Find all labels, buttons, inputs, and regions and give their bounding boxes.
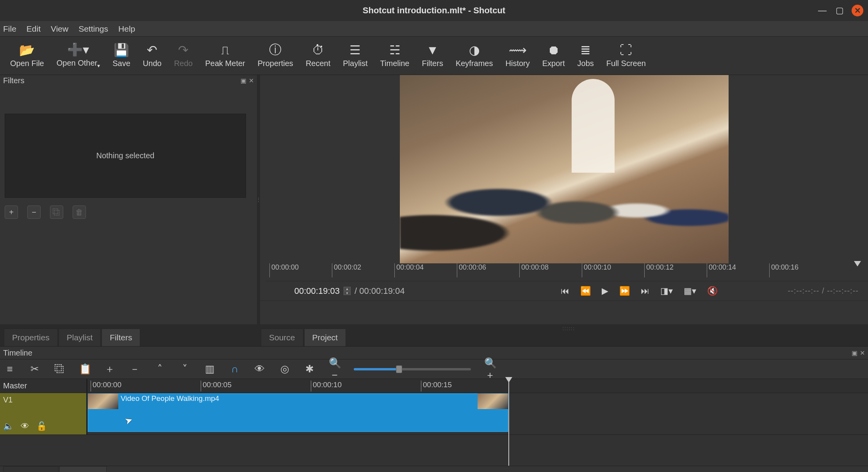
- grid-icon[interactable]: ▦▾: [684, 286, 696, 296]
- tab-playlist[interactable]: Playlist: [59, 329, 101, 346]
- tl-copy-icon[interactable]: ⿻: [54, 363, 66, 375]
- grip-icon[interactable]: ::::::: [563, 326, 575, 331]
- tl-remove-icon[interactable]: －: [129, 362, 141, 376]
- tl-cut-icon[interactable]: ✂: [29, 363, 41, 375]
- jobs-button[interactable]: ≣Jobs: [571, 41, 600, 70]
- preview-ruler[interactable]: 00:00:0000:00:0200:00:0400:00:0600:00:08…: [266, 263, 868, 281]
- menu-file[interactable]: File: [3, 24, 16, 34]
- tab-source[interactable]: Source: [261, 329, 303, 346]
- clip-thumb-left: [88, 393, 118, 409]
- tl-rippleall-icon[interactable]: ✱: [304, 363, 315, 375]
- menu-help[interactable]: Help: [118, 24, 135, 34]
- track-hide-icon[interactable]: 👁: [21, 421, 29, 431]
- filter-remove-button[interactable]: −: [27, 206, 41, 219]
- timeline-tracks[interactable]: 00:00:0000:00:0500:00:1000:00:15 Video O…: [87, 379, 868, 434]
- open-file-button[interactable]: 📂Open File: [4, 41, 50, 70]
- playlist-icon: ☰: [349, 43, 361, 57]
- minimize-button[interactable]: —: [817, 5, 827, 16]
- filters-panel-title: Filters: [3, 76, 24, 85]
- export-button[interactable]: ⏺Export: [536, 41, 571, 70]
- close-button[interactable]: ✕: [852, 5, 863, 16]
- tl-menu-icon[interactable]: ≡: [4, 363, 16, 375]
- export-icon: ⏺: [547, 43, 560, 57]
- preview-monitor[interactable]: [400, 75, 729, 263]
- filter-paste-button[interactable]: 🗑: [73, 206, 86, 219]
- tl-snap-icon[interactable]: ∩: [229, 363, 241, 375]
- tl-scrub-icon[interactable]: 👁: [254, 363, 266, 375]
- recent-button[interactable]: ⏱Recent: [299, 41, 337, 70]
- skip-prev-icon[interactable]: ⏮: [561, 286, 569, 296]
- undo-label: Undo: [143, 59, 162, 68]
- peak-meter-button[interactable]: ⎍Peak Meter: [199, 41, 251, 70]
- left-panel-tabs: PropertiesPlaylistFilters: [0, 324, 257, 346]
- history-button[interactable]: ⟿History: [499, 41, 536, 70]
- clip-thumb-right: [478, 393, 508, 409]
- preview-ruler-tick: 00:00:00: [269, 263, 299, 277]
- tl-split-icon[interactable]: ▥: [204, 363, 216, 375]
- zoom-slider[interactable]: [354, 368, 471, 370]
- timeline-clip[interactable]: Video Of People Walking.mp4: [87, 393, 508, 432]
- transport-bar: 00:00:19:03 ▲▼ / 00:00:19:04 ⏮ ⏪ ▶ ⏩ ⏭ ◨…: [260, 281, 868, 301]
- keyframes-icon: ◑: [469, 43, 480, 57]
- track-mute-icon[interactable]: 🔈: [3, 421, 14, 431]
- filter-add-button[interactable]: +: [5, 206, 18, 219]
- skip-next-icon[interactable]: ⏭: [641, 286, 649, 296]
- timeline-button[interactable]: ☵Timeline: [374, 41, 416, 70]
- menu-edit[interactable]: Edit: [27, 24, 41, 34]
- save-button[interactable]: 💾Save: [106, 41, 137, 70]
- timeline-playhead[interactable]: [508, 377, 509, 466]
- volume-icon[interactable]: 🔇: [707, 286, 718, 296]
- tl-overwrite-icon[interactable]: ˅: [179, 363, 191, 375]
- keyframes-label: Keyframes: [456, 59, 493, 68]
- in-out-timecode: --:--:--:-- / --:--:--:--: [788, 286, 859, 295]
- redo-button[interactable]: ↷Redo: [168, 41, 199, 70]
- timeline-ruler[interactable]: 00:00:0000:00:0500:00:1000:00:15: [87, 379, 868, 393]
- rewind-icon[interactable]: ⏪: [580, 286, 591, 296]
- preview-ruler-tick: 00:00:14: [707, 263, 736, 277]
- open-other-button[interactable]: ➕▾Open Other▾: [50, 41, 107, 71]
- filter-copy-button[interactable]: ⿻: [50, 206, 63, 219]
- menu-settings[interactable]: Settings: [78, 24, 108, 34]
- tab-project[interactable]: Project: [304, 329, 346, 346]
- tl-ripple-icon[interactable]: ◎: [279, 363, 291, 375]
- window-title: Shotcut introduction.mlt* - Shotcut: [363, 5, 505, 16]
- playlist-button[interactable]: ☰Playlist: [337, 41, 374, 70]
- tl-append-icon[interactable]: ＋: [104, 362, 116, 376]
- timeline-close-icon[interactable]: ✕: [860, 349, 865, 357]
- zoom-out-icon[interactable]: 🔍−: [329, 357, 340, 381]
- play-icon[interactable]: ▶: [602, 286, 608, 296]
- properties-button[interactable]: ⓘProperties: [251, 41, 299, 70]
- tl-lift-icon[interactable]: ˄: [154, 363, 166, 375]
- tl-paste-icon[interactable]: 📋: [79, 363, 91, 375]
- menu-view[interactable]: View: [51, 24, 68, 34]
- timeline-float-icon[interactable]: ▣: [852, 349, 857, 357]
- timeline-ruler-tick: 00:00:00: [91, 381, 121, 392]
- track-head-master[interactable]: Master: [0, 379, 86, 393]
- keyframes-button[interactable]: ◑Keyframes: [449, 41, 499, 70]
- maximize-button[interactable]: ▢: [834, 5, 845, 16]
- timecode-current[interactable]: 00:00:19:03: [269, 286, 340, 296]
- bottom-tab-keyframes[interactable]: Keyframes: [3, 466, 59, 472]
- recent-label: Recent: [306, 59, 330, 68]
- full-screen-button[interactable]: ⛶Full Screen: [600, 41, 652, 70]
- properties-label: Properties: [258, 59, 293, 68]
- history-icon: ⟿: [509, 43, 527, 57]
- tl-zoom-in-icon[interactable]: 🔍+: [484, 357, 496, 381]
- panel-splitter[interactable]: ⋮: [257, 75, 260, 324]
- track-lock-icon[interactable]: 🔓: [36, 421, 47, 431]
- bottom-tab-timeline[interactable]: Timeline: [59, 466, 107, 472]
- timecode-spinner[interactable]: ▲▼: [344, 287, 351, 295]
- zoom-mode-icon[interactable]: ◨▾: [660, 286, 673, 296]
- tab-properties[interactable]: Properties: [4, 329, 58, 346]
- jobs-label: Jobs: [577, 59, 594, 68]
- filters-button[interactable]: ▼Filters: [415, 41, 449, 70]
- clip-label: Video Of People Walking.mp4: [121, 394, 219, 403]
- filters-float-icon[interactable]: ▣: [241, 77, 246, 84]
- track-head-v1[interactable]: V1 🔈 👁 🔓: [0, 393, 86, 434]
- preview-playhead-icon[interactable]: [854, 261, 861, 266]
- filters-close-icon[interactable]: ✕: [249, 77, 254, 84]
- full-screen-icon: ⛶: [620, 43, 632, 57]
- undo-button[interactable]: ↶Undo: [137, 41, 168, 70]
- tab-filters[interactable]: Filters: [102, 329, 140, 346]
- ffwd-icon[interactable]: ⏩: [619, 286, 630, 296]
